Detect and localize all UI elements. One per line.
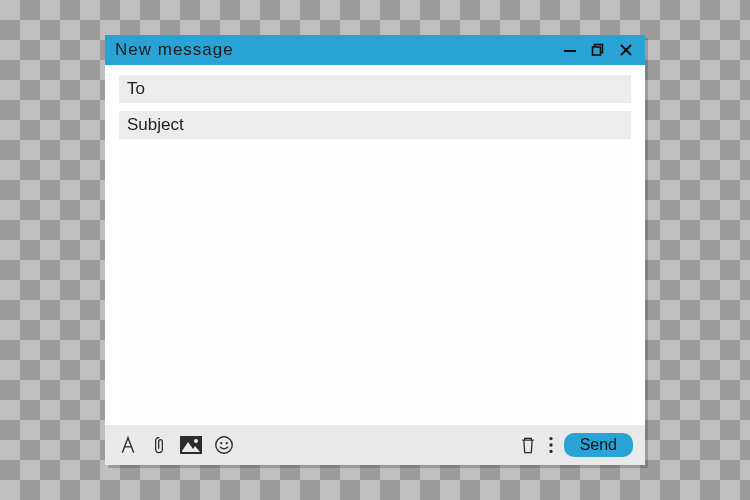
svg-point-11	[549, 437, 552, 440]
more-options-icon[interactable]	[546, 434, 556, 456]
to-input[interactable]	[197, 79, 623, 99]
svg-rect-2	[593, 47, 601, 55]
subject-field-row: Subject	[119, 111, 631, 139]
bottom-toolbar: Send	[105, 425, 645, 465]
subject-label: Subject	[127, 115, 197, 135]
subject-input[interactable]	[197, 115, 623, 135]
svg-point-10	[226, 442, 228, 444]
trash-icon[interactable]	[518, 434, 538, 456]
svg-point-13	[549, 450, 552, 453]
message-body-input[interactable]	[119, 147, 631, 425]
transparency-background: New message	[0, 0, 750, 500]
attachment-icon[interactable]	[149, 434, 169, 456]
svg-point-9	[220, 442, 222, 444]
emoji-icon[interactable]	[213, 434, 235, 456]
compose-window: New message	[105, 35, 645, 465]
svg-point-8	[216, 437, 233, 454]
svg-point-7	[194, 439, 198, 443]
header-fields: To Subject	[105, 65, 645, 147]
to-field-row: To	[119, 75, 631, 103]
to-label: To	[127, 79, 197, 99]
format-text-icon[interactable]	[117, 434, 139, 456]
send-button[interactable]: Send	[564, 433, 633, 457]
close-icon[interactable]	[617, 41, 635, 59]
window-title: New message	[115, 40, 561, 60]
window-controls	[561, 41, 635, 59]
message-body-area	[105, 147, 645, 425]
insert-image-icon[interactable]	[179, 435, 203, 455]
svg-point-12	[549, 443, 552, 446]
minimize-icon[interactable]	[561, 41, 579, 59]
titlebar: New message	[105, 35, 645, 65]
maximize-icon[interactable]	[589, 41, 607, 59]
